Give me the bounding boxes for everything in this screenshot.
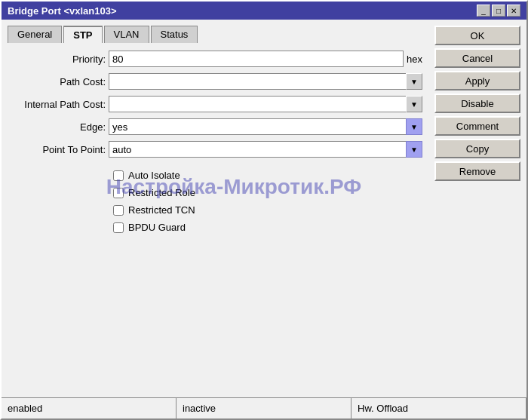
tab-vlan[interactable]: VLAN: [104, 26, 149, 43]
auto-isolate-row: Auto Isolate: [113, 170, 422, 181]
point-to-point-row: Point To Point: auto ▼: [8, 141, 422, 158]
tab-status[interactable]: Status: [151, 26, 198, 43]
maximize-button[interactable]: □: [492, 5, 505, 17]
cancel-button[interactable]: Cancel: [434, 48, 520, 68]
restricted-role-label: Restricted Role: [128, 187, 195, 198]
window-title: Bridge Port <vxlan103>: [8, 5, 117, 17]
status-bar: enabled inactive Hw. Offload: [2, 397, 526, 418]
disable-button[interactable]: Disable: [434, 94, 520, 113]
title-bar: Bridge Port <vxlan103> _ □ ✕: [2, 2, 526, 20]
edge-display[interactable]: yes: [109, 118, 422, 135]
edge-container: yes ▼: [109, 118, 422, 135]
status-item-1: enabled: [2, 398, 177, 418]
internal-path-cost-display[interactable]: [109, 96, 422, 112]
window-controls: _ □ ✕: [477, 5, 520, 17]
edge-label: Edge:: [8, 121, 106, 133]
priority-input[interactable]: [109, 51, 404, 67]
priority-input-container: hex: [109, 51, 422, 67]
remove-button[interactable]: Remove: [434, 161, 520, 181]
path-cost-label: Path Cost:: [8, 76, 106, 87]
main-content: General STP VLAN Status Priority: hex Pa…: [2, 20, 526, 397]
path-cost-dropdown-btn[interactable]: ▼: [406, 73, 422, 90]
tab-bar: General STP VLAN Status: [8, 26, 422, 43]
restricted-tcn-checkbox[interactable]: [113, 205, 124, 216]
comment-button[interactable]: Comment: [434, 116, 520, 136]
bpdu-guard-row: BPDU Guard: [113, 222, 422, 233]
tab-general[interactable]: General: [8, 26, 62, 43]
priority-label: Priority:: [8, 54, 106, 65]
internal-path-cost-dropdown-btn[interactable]: ▼: [406, 96, 422, 112]
edge-dropdown-btn[interactable]: ▼: [406, 118, 422, 135]
checkbox-area: Auto Isolate Restricted Role Restricted …: [113, 170, 422, 233]
internal-path-cost-label: Internal Path Cost:: [8, 99, 106, 110]
auto-isolate-label: Auto Isolate: [128, 170, 180, 181]
bpdu-guard-label: BPDU Guard: [128, 222, 186, 233]
auto-isolate-checkbox[interactable]: [113, 170, 124, 181]
internal-path-cost-container: ▼: [109, 96, 422, 112]
close-button[interactable]: ✕: [507, 5, 520, 17]
restricted-role-row: Restricted Role: [113, 187, 422, 198]
path-cost-display[interactable]: [109, 73, 422, 90]
path-cost-container: ▼: [109, 73, 422, 90]
status-item-2: inactive: [177, 398, 351, 418]
apply-button[interactable]: Apply: [434, 71, 520, 90]
right-panel: OK Cancel Apply Disable Comment Copy Rem…: [428, 20, 526, 397]
minimize-button[interactable]: _: [477, 5, 490, 17]
copy-button[interactable]: Copy: [434, 139, 520, 158]
point-to-point-dropdown-btn[interactable]: ▼: [406, 141, 422, 158]
priority-row: Priority: hex: [8, 51, 422, 67]
point-to-point-display[interactable]: auto: [109, 141, 422, 158]
restricted-tcn-row: Restricted TCN: [113, 204, 422, 216]
main-window: Bridge Port <vxlan103> _ □ ✕ General STP…: [0, 0, 528, 420]
path-cost-row: Path Cost: ▼: [8, 73, 422, 90]
edge-row: Edge: yes ▼: [8, 118, 422, 135]
priority-suffix: hex: [407, 54, 422, 65]
point-to-point-label: Point To Point:: [8, 144, 106, 155]
left-panel: General STP VLAN Status Priority: hex Pa…: [2, 20, 428, 397]
form-area: Priority: hex Path Cost: ▼ Int: [8, 51, 422, 391]
restricted-role-checkbox[interactable]: [113, 188, 124, 198]
ok-button[interactable]: OK: [434, 26, 520, 45]
status-item-3: Hw. Offload: [351, 398, 526, 418]
restricted-tcn-label: Restricted TCN: [128, 204, 195, 216]
tab-stp[interactable]: STP: [63, 26, 102, 43]
bpdu-guard-checkbox[interactable]: [113, 222, 124, 233]
internal-path-cost-row: Internal Path Cost: ▼: [8, 96, 422, 112]
point-to-point-container: auto ▼: [109, 141, 422, 158]
